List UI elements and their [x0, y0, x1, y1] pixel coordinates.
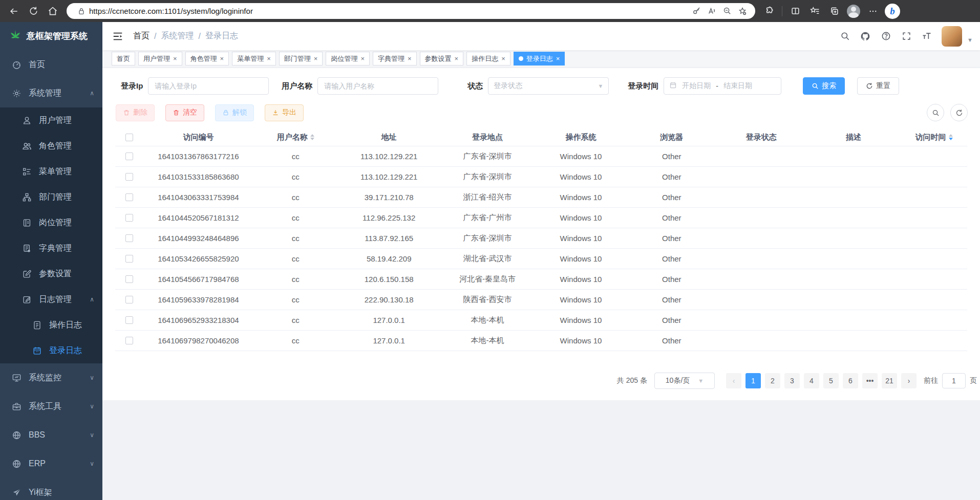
user-avatar[interactable] [942, 26, 962, 47]
tab-菜单管理[interactable]: 菜单管理× [232, 52, 276, 66]
sidebar-item-dept-mgmt[interactable]: 部门管理 [0, 184, 102, 210]
refresh-table-icon[interactable] [950, 104, 968, 121]
close-icon[interactable]: × [556, 55, 560, 62]
tab-角色管理[interactable]: 角色管理× [185, 52, 229, 66]
bing-icon[interactable]: b [884, 3, 901, 20]
breadcrumb-system[interactable]: 系统管理 [161, 31, 194, 41]
row-checkbox[interactable] [125, 255, 133, 263]
sidebar-item-post-mgmt[interactable]: 岗位管理 [0, 210, 102, 235]
page-button-2[interactable]: 2 [765, 373, 780, 388]
end-date-placeholder[interactable]: 结束日期 [723, 81, 752, 91]
tab-部门管理[interactable]: 部门管理× [279, 52, 323, 66]
page-button-3[interactable]: 3 [784, 373, 800, 388]
page-button-4[interactable]: 4 [804, 373, 819, 388]
sidebar-item-op-log[interactable]: 操作日志 [0, 312, 102, 338]
more-pages-button[interactable]: ••• [862, 373, 878, 388]
show-search-toggle-icon[interactable] [927, 104, 944, 121]
read-aloud-icon[interactable] [704, 4, 719, 19]
search-button[interactable]: 搜索 [803, 77, 845, 95]
sidebar-item-login-log[interactable]: 登录日志 [0, 338, 102, 363]
status-select[interactable]: 登录状态 ▼ [488, 77, 609, 95]
close-icon[interactable]: × [220, 55, 224, 62]
sidebar-item-erp[interactable]: ERP∨ [0, 449, 102, 478]
page-button-21[interactable]: 21 [882, 373, 897, 388]
row-checkbox[interactable] [125, 296, 133, 303]
sidebar-item-sys-monitor[interactable]: 系统监控∨ [0, 363, 102, 392]
collections-icon[interactable] [825, 3, 843, 20]
next-page-button[interactable]: › [901, 373, 917, 388]
breadcrumb-home[interactable]: 首页 [133, 31, 150, 41]
search-icon[interactable] [836, 28, 854, 45]
row-checkbox[interactable] [125, 193, 133, 201]
collapse-sidebar-icon[interactable] [111, 29, 125, 44]
close-icon[interactable]: × [267, 55, 271, 62]
row-checkbox[interactable] [125, 214, 133, 222]
sidebar-item-role-mgmt[interactable]: 角色管理 [0, 133, 102, 159]
font-size-icon[interactable] [918, 28, 935, 45]
page-button-5[interactable]: 5 [823, 373, 839, 388]
user-name-input[interactable] [317, 77, 438, 95]
sidebar-item-menu-mgmt[interactable]: 菜单管理 [0, 159, 102, 184]
row-checkbox[interactable] [125, 337, 133, 344]
tab-参数设置[interactable]: 参数设置× [420, 52, 464, 66]
sidebar-item-param-settings[interactable]: 参数设置 [0, 261, 102, 287]
zoom-out-icon[interactable] [719, 4, 735, 19]
sidebar-item-home[interactable]: 首页 [0, 50, 102, 79]
more-icon[interactable] [864, 3, 882, 20]
close-icon[interactable]: × [173, 55, 177, 62]
row-checkbox[interactable] [125, 173, 133, 181]
tab-操作日志[interactable]: 操作日志× [466, 52, 510, 66]
sidebar-item-log-mgmt[interactable]: 日志管理∧ [0, 287, 102, 312]
split-screen-icon[interactable] [786, 3, 804, 20]
app-logo[interactable]: 意框架管理系统 [0, 22, 102, 50]
export-button[interactable]: 导出 [265, 104, 304, 121]
column-header-visit_time[interactable]: 访问时间 [901, 133, 967, 142]
chevron-down-icon[interactable]: ▼ [967, 37, 973, 43]
sidebar-item-bbs[interactable]: BBS∨ [0, 421, 102, 449]
close-icon[interactable]: × [455, 55, 459, 62]
row-checkbox[interactable] [125, 316, 133, 324]
sort-carets-icon[interactable] [310, 134, 314, 140]
sidebar-item-yi-framework[interactable]: Yi框架 [0, 478, 102, 500]
login-ip-input[interactable] [148, 77, 269, 95]
url-text[interactable]: https://ccnetcore.com:1101/system/log/lo… [89, 7, 689, 15]
goto-page-input[interactable] [942, 373, 966, 388]
close-icon[interactable]: × [501, 55, 505, 62]
lock-icon[interactable] [74, 4, 89, 19]
tab-字典管理[interactable]: 字典管理× [373, 52, 417, 66]
add-favorite-icon[interactable] [735, 4, 750, 19]
row-checkbox[interactable] [125, 275, 133, 283]
close-icon[interactable]: × [408, 55, 412, 62]
tab-首页[interactable]: 首页 [112, 52, 135, 66]
clear-button[interactable]: 清空 [165, 104, 204, 121]
delete-button[interactable]: 删除 [116, 104, 155, 121]
reset-button[interactable]: 重置 [857, 77, 899, 95]
back-icon[interactable] [5, 3, 23, 20]
question-icon[interactable] [877, 28, 894, 45]
row-checkbox[interactable] [125, 153, 133, 160]
sidebar-item-sys-tools[interactable]: 系统工具∨ [0, 392, 102, 421]
close-icon[interactable]: × [360, 55, 365, 62]
sidebar-item-dict-mgmt[interactable]: 字典管理 [0, 235, 102, 261]
tab-岗位管理[interactable]: 岗位管理× [326, 52, 370, 66]
page-button-6[interactable]: 6 [843, 373, 858, 388]
start-date-placeholder[interactable]: 开始日期 [682, 81, 711, 91]
refresh-icon[interactable] [25, 3, 42, 20]
address-bar[interactable]: https://ccnetcore.com:1101/system/log/lo… [67, 3, 755, 19]
sort-carets-icon[interactable] [949, 134, 953, 140]
prev-page-button[interactable]: ‹ [726, 373, 741, 388]
page-button-1[interactable]: 1 [745, 373, 761, 388]
sidebar-item-system-mgmt[interactable]: 系统管理∧ [0, 79, 102, 107]
select-all-checkbox[interactable] [125, 134, 133, 141]
sidebar-item-user-mgmt[interactable]: 用户管理 [0, 107, 102, 133]
profile-avatar[interactable] [845, 3, 862, 20]
tab-登录日志[interactable]: 登录日志× [514, 52, 565, 66]
page-size-select[interactable]: 10条/页 ▼ [654, 373, 715, 389]
close-icon[interactable]: × [314, 55, 318, 62]
home-icon[interactable] [44, 3, 61, 20]
github-icon[interactable] [857, 28, 874, 45]
tab-用户管理[interactable]: 用户管理× [138, 52, 182, 66]
browser-essentials-icon[interactable] [760, 3, 778, 20]
row-checkbox[interactable] [125, 234, 133, 242]
key-icon[interactable] [689, 4, 704, 19]
